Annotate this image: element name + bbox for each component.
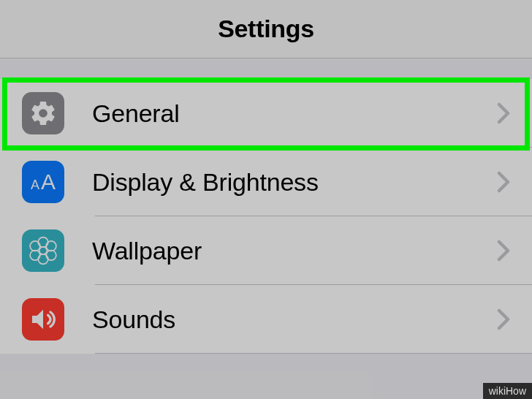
watermark: wikiHow <box>483 383 532 399</box>
svg-point-3 <box>30 241 40 251</box>
separator <box>95 353 532 354</box>
row-label-general: General <box>92 99 497 128</box>
row-general[interactable]: General <box>0 79 532 148</box>
gear-icon <box>22 92 64 134</box>
row-sounds[interactable]: Sounds <box>0 285 532 354</box>
chevron-right-icon <box>497 240 510 262</box>
settings-list: General AA Display & Brightness <box>0 79 532 354</box>
text-size-icon: AA <box>22 161 64 203</box>
row-label-display: Display & Brightness <box>92 168 497 197</box>
speaker-icon <box>22 298 64 341</box>
svg-point-5 <box>30 250 40 260</box>
svg-point-0 <box>39 247 48 255</box>
row-display-brightness[interactable]: AA Display & Brightness <box>0 148 532 216</box>
chevron-right-icon <box>497 102 510 124</box>
page-title: Settings <box>218 15 314 43</box>
settings-header: Settings <box>0 0 532 58</box>
svg-point-6 <box>46 250 56 260</box>
row-label-wallpaper: Wallpaper <box>92 237 497 265</box>
row-label-sounds: Sounds <box>92 305 497 334</box>
row-wallpaper[interactable]: Wallpaper <box>0 216 532 285</box>
chevron-right-icon <box>497 308 510 330</box>
spacer <box>0 58 532 79</box>
flower-icon <box>22 229 64 272</box>
chevron-right-icon <box>497 171 510 193</box>
svg-point-4 <box>46 241 56 251</box>
